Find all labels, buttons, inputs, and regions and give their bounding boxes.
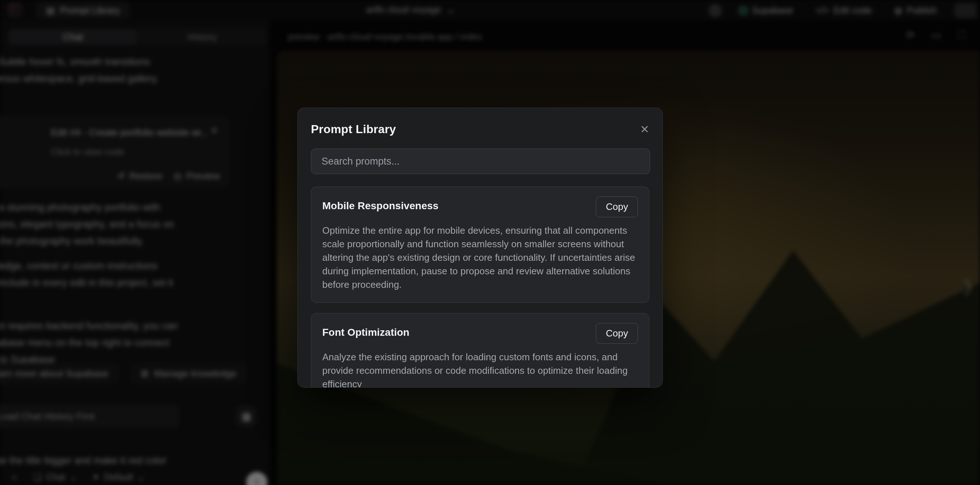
modal-title: Prompt Library bbox=[311, 122, 396, 136]
modal-close-icon[interactable]: ✕ bbox=[640, 124, 649, 135]
prompt-library-modal: Prompt Library ✕ Mobile Responsiveness C… bbox=[298, 108, 663, 388]
prompt-card-mobile-responsiveness: Mobile Responsiveness Copy Optimize the … bbox=[311, 187, 649, 303]
prompt-body: Analyze the existing approach for loadin… bbox=[322, 350, 638, 388]
copy-button[interactable]: Copy bbox=[596, 323, 638, 344]
prompt-list: Mobile Responsiveness Copy Optimize the … bbox=[311, 187, 649, 388]
prompt-title: Font Optimization bbox=[322, 323, 409, 338]
prompt-body: Optimize the entire app for mobile devic… bbox=[322, 224, 638, 292]
copy-button[interactable]: Copy bbox=[596, 197, 638, 217]
prompt-title: Mobile Responsiveness bbox=[322, 197, 438, 212]
prompt-card-font-optimization: Font Optimization Copy Analyze the exist… bbox=[311, 313, 649, 388]
search-prompts-input[interactable] bbox=[311, 149, 650, 174]
